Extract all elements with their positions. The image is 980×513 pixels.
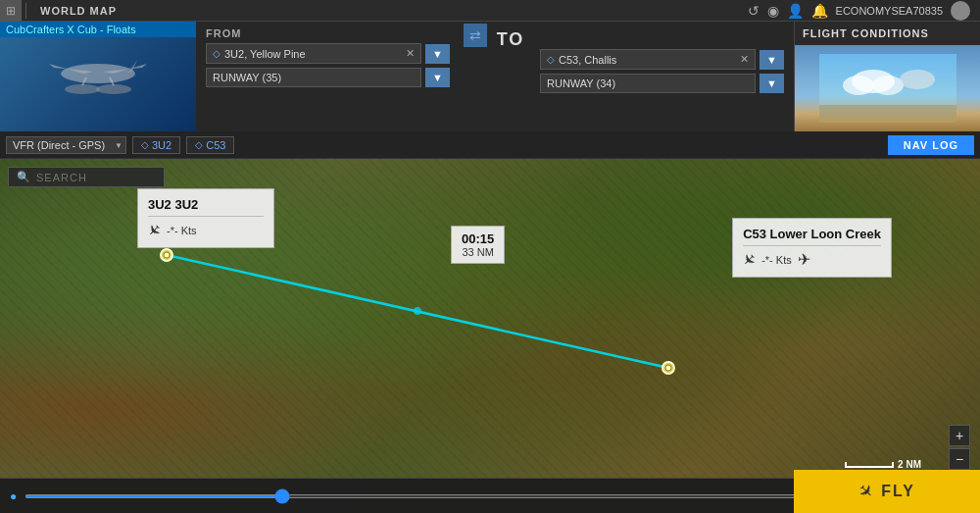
aircraft-title: CubCrafters X Cub - Floats [0,22,196,37]
wp1-label: 3U2 [152,139,172,151]
zoom-controls: + − [949,425,970,470]
map-area[interactable]: 🔍 3U2 3U2 ✈ -*- Kts 00:15 33 NM C53 Lowe… [0,159,980,513]
svg-point-2 [96,84,131,94]
plane-svg [39,42,157,111]
svg-point-0 [61,64,135,83]
dest-section: ◇ ✕ ▼ RUNWAY (34) ▼ [530,22,794,131]
from-runway-row: RUNWAY (35) ▼ [206,68,450,87]
sync-icon[interactable]: ↺ [748,3,760,19]
from-runway-dropdown[interactable]: ▼ [425,68,450,87]
svg-point-13 [164,252,170,258]
dest-diamond-icon: ◇ [547,54,555,65]
from-runway-select[interactable]: RUNWAY (35) [206,68,421,87]
from-label: FROM [206,27,450,39]
flight-conditions-image [795,45,980,131]
wp1-diamond-icon: ◇ [141,139,149,150]
search-icon: 🔍 [17,171,30,183]
header-panel: CubCrafters X Cub - Floats FROM [0,22,980,131]
popup-3u2-wind-row: ✈ -*- Kts [148,221,264,239]
from-section: FROM ◇ ✕ ▼ RUNWAY (35) ▼ [196,22,460,131]
flight-type-select[interactable]: VFR (Direct - GPS) [6,136,126,154]
fly-label: FLY [881,483,915,500]
time-dot-icon: ● [10,489,17,503]
fly-icon: ✈ [854,479,879,504]
popup-3u2-title: 3U2 3U2 [148,197,264,212]
search-input[interactable] [36,172,172,183]
dest-airport-input[interactable]: ◇ ✕ [540,49,756,70]
worldmap-title: WORLD MAP [30,5,126,17]
zoom-out-button[interactable]: − [949,448,970,470]
from-airport-field[interactable] [224,48,402,60]
popup-c53-wind-icon: ✈ [738,248,760,271]
waypoint-c53-button[interactable]: ◇ C53 [186,136,234,154]
popup-c53-wind-value: -*- Kts [761,254,792,266]
marker-circle-c53 [662,361,675,375]
popup-c53: C53 Lower Loon Creek ✈ -*- Kts ✈ [732,218,892,278]
popup-c53-divider [743,245,881,246]
svg-point-1 [65,84,100,94]
topbar-icons: ↺ ◉ 👤 🔔 ECONOMYSEA70835 [748,1,980,21]
username-label: ECONOMYSEA70835 [836,5,943,17]
globe-icon[interactable]: ◉ [767,3,779,19]
popup-midpoint: 00:15 33 NM [451,226,505,264]
dest-runway-row: RUNWAY (34) ▼ [540,74,784,93]
avatar[interactable] [951,1,970,21]
bell-icon[interactable]: 🔔 [811,3,828,19]
from-airport-row: ◇ ✕ ▼ [206,43,450,64]
user-icon[interactable]: 👤 [787,3,804,19]
wp2-label: C53 [206,139,225,151]
nav-bar: VFR (Direct - GPS) ◇ 3U2 ◇ C53 NAV LOG [0,131,980,159]
aircraft-image [0,22,196,131]
popup-divider [148,216,264,217]
flight-conditions-panel: FLIGHT CONDITIONS [794,22,980,131]
dest-airport-row: ◇ ✕ ▼ [540,49,784,70]
from-airport-dropdown[interactable]: ▼ [425,44,450,64]
popup-c53-info-row: ✈ -*- Kts ✈ [743,250,881,269]
svg-point-9 [900,70,935,89]
home-icon[interactable]: ⊞ [0,0,22,22]
scale-label: 2 NM [898,459,921,470]
popup-c53-title: C53 Lower Loon Creek [743,227,881,241]
popup-3u2: 3U2 3U2 ✈ -*- Kts [137,188,274,248]
dest-airport-dropdown[interactable]: ▼ [760,50,784,70]
airport-marker-3u2[interactable] [160,248,173,262]
popup-3u2-wind-value: -*- Kts [167,225,197,236]
wp2-diamond-icon: ◇ [195,139,203,150]
dest-clear-icon[interactable]: ✕ [740,53,749,66]
waypoint-3u2-button[interactable]: ◇ 3U2 [132,136,180,154]
svg-point-7 [843,76,874,95]
swap-area: ⇄ [460,22,491,131]
midpoint-distance: 33 NM [462,246,494,258]
from-clear-icon[interactable]: ✕ [406,47,415,60]
svg-point-14 [665,365,671,371]
flight-conditions-label: FLIGHT CONDITIONS [795,22,980,45]
to-section: TO [491,22,530,131]
scale-bar: 2 NM [845,459,921,470]
airport-marker-c53[interactable] [662,361,675,375]
time-slider[interactable] [24,494,871,498]
swap-button[interactable]: ⇄ [464,24,487,47]
dest-runway-dropdown[interactable]: ▼ [760,74,784,93]
marker-circle-3u2 [160,248,173,262]
popup-3u2-wind-icon: ✈ [143,219,166,241]
to-label: TO [497,29,525,50]
flight-type-wrap: VFR (Direct - GPS) [6,135,126,154]
popup-c53-land-icon: ✈ [798,250,810,269]
topbar: ⊞ WORLD MAP ↺ ◉ 👤 🔔 ECONOMYSEA70835 [0,0,980,22]
search-bar: 🔍 [8,167,165,187]
navlog-button[interactable]: NAV LOG [888,135,974,155]
svg-rect-10 [819,105,956,123]
fly-button-area[interactable]: ✈ FLY [794,470,980,513]
aircraft-card: CubCrafters X Cub - Floats [0,22,196,131]
zoom-in-button[interactable]: + [949,425,970,446]
from-airport-input[interactable]: ◇ ✕ [206,43,421,64]
midpoint-time: 00:15 [462,231,494,246]
dest-airport-field[interactable] [559,54,736,66]
weather-svg [819,54,956,123]
dest-runway-select[interactable]: RUNWAY (34) [540,74,756,93]
scale-line [845,462,894,468]
from-diamond-icon: ◇ [213,48,220,59]
svg-point-8 [872,76,904,95]
